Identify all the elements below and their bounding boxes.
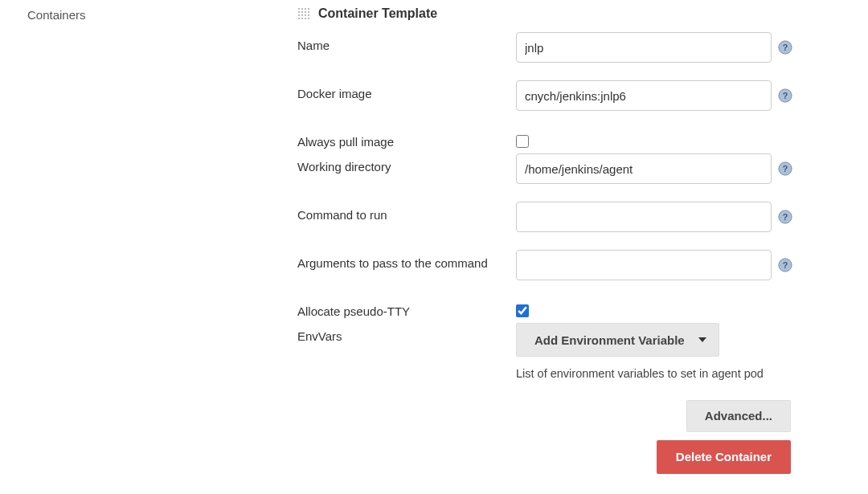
always-pull-checkbox[interactable]: [516, 135, 529, 148]
svg-text:?: ?: [783, 212, 788, 222]
advanced-button[interactable]: Advanced...: [686, 400, 791, 432]
svg-text:?: ?: [783, 260, 788, 270]
envvars-helper-text: List of environment variables to set in …: [516, 366, 764, 382]
add-env-var-label: Add Environment Variable: [534, 333, 685, 347]
envvars-label: EnvVars: [297, 323, 516, 343]
arguments-label: Arguments to pass to the command: [297, 250, 516, 270]
section-title: Container Template: [318, 6, 437, 21]
section-header: Container Template: [297, 6, 820, 21]
svg-text:?: ?: [783, 91, 788, 100]
allocate-tty-label: Allocate pseudo-TTY: [297, 298, 516, 318]
command-input[interactable]: [516, 202, 772, 232]
working-dir-label: Working directory: [297, 153, 516, 174]
help-icon[interactable]: ?: [778, 88, 792, 103]
allocate-tty-checkbox[interactable]: [516, 304, 529, 317]
help-icon[interactable]: ?: [778, 40, 792, 55]
help-icon[interactable]: ?: [778, 258, 792, 272]
command-label: Command to run: [297, 202, 516, 222]
name-input[interactable]: [516, 32, 772, 63]
delete-container-button[interactable]: Delete Container: [657, 440, 791, 474]
docker-image-label: Docker image: [297, 80, 516, 100]
add-env-var-button[interactable]: Add Environment Variable: [516, 323, 719, 357]
chevron-down-icon: [698, 337, 706, 342]
help-icon[interactable]: ?: [778, 161, 792, 176]
arguments-input[interactable]: [516, 250, 772, 280]
name-label: Name: [297, 32, 516, 52]
working-dir-input[interactable]: [516, 153, 772, 184]
always-pull-label: Always pull image: [297, 129, 516, 149]
docker-image-input[interactable]: [516, 80, 772, 111]
help-icon[interactable]: ?: [778, 210, 792, 224]
drag-handle-icon[interactable]: [297, 7, 310, 20]
containers-label: Containers: [27, 8, 297, 22]
svg-text:?: ?: [783, 43, 788, 52]
svg-text:?: ?: [783, 164, 788, 174]
